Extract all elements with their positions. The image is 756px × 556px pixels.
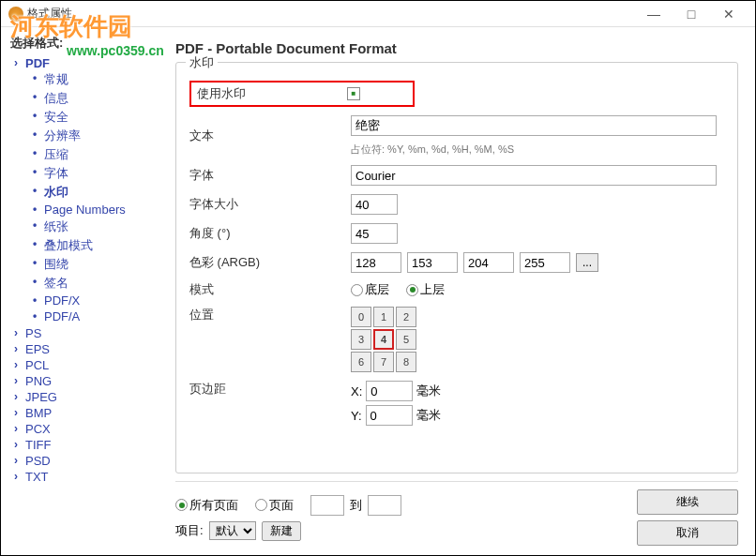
margin-y-input[interactable]	[366, 405, 413, 426]
sidebar-subitem-常规[interactable]: 常规	[27, 70, 164, 89]
sidebar-link[interactable]: 纸张	[44, 219, 68, 233]
sidebar-item-tiff[interactable]: TIFF	[10, 437, 164, 453]
color-r-input[interactable]	[407, 252, 458, 273]
sidebar-subitem-水印[interactable]: 水印	[27, 183, 164, 202]
sidebar-subitem-围绕[interactable]: 围绕	[27, 255, 164, 274]
sidebar-item-pcl[interactable]: PCL	[10, 357, 164, 373]
sidebar-item-pcx[interactable]: PCX	[10, 421, 164, 437]
watermark-text-input[interactable]	[351, 115, 717, 136]
sidebar-item-eps[interactable]: EPS	[10, 341, 164, 357]
sidebar-link[interactable]: TXT	[25, 470, 49, 484]
sidebar-subitem-page-numbers[interactable]: Page Numbers	[27, 202, 164, 218]
sidebar-link[interactable]: PCL	[25, 358, 49, 372]
sidebar-subitem-字体[interactable]: 字体	[27, 164, 164, 183]
sidebar-link[interactable]: 围绕	[44, 257, 68, 271]
pages-range-radio-wrap[interactable]: 页面	[255, 497, 294, 514]
all-pages-label: 所有页面	[189, 497, 238, 514]
sidebar-subitem-叠加模式[interactable]: 叠加模式	[27, 236, 164, 255]
radio-icon	[255, 499, 267, 511]
text-hint: 占位符: %Y, %m, %d, %H, %M, %S	[351, 143, 514, 157]
sidebar-link[interactable]: PNG	[25, 374, 52, 388]
color-g-input[interactable]	[463, 252, 514, 273]
sidebar-subitem-纸张[interactable]: 纸张	[27, 218, 164, 236]
to-label: 到	[350, 497, 362, 514]
fontsize-input[interactable]	[351, 194, 398, 215]
sidebar-subitem-签名[interactable]: 签名	[27, 274, 164, 293]
sidebar-link[interactable]: PDF/A	[44, 309, 80, 323]
sidebar-subitem-压缩[interactable]: 压缩	[27, 145, 164, 164]
sidebar-link[interactable]: BMP	[25, 406, 52, 420]
position-cell-0[interactable]: 0	[351, 307, 371, 327]
sidebar-link[interactable]: 常规	[44, 72, 68, 86]
sidebar-link[interactable]: Page Numbers	[44, 203, 126, 217]
sidebar-item-pdf[interactable]: PDF常规信息安全分辨率压缩字体水印Page Numbers纸张叠加模式围绕签名…	[10, 55, 164, 325]
sidebar-link[interactable]: TIFF	[25, 438, 51, 452]
color-b-input[interactable]	[520, 252, 570, 273]
close-button[interactable]: ✕	[710, 3, 748, 25]
sidebar-link[interactable]: 分辨率	[44, 128, 81, 143]
minimize-button[interactable]: —	[635, 3, 673, 25]
page-from-input[interactable]	[310, 495, 344, 516]
app-icon	[8, 7, 23, 22]
sidebar-link[interactable]: PSD	[25, 454, 51, 468]
sidebar-link[interactable]: 签名	[44, 276, 68, 290]
position-label: 位置	[189, 307, 351, 323]
position-cell-5[interactable]: 5	[396, 329, 416, 350]
sidebar-link[interactable]: 安全	[44, 110, 68, 124]
font-input[interactable]	[351, 165, 717, 186]
color-picker-button[interactable]: ...	[576, 253, 598, 272]
window-title: 格式属性	[27, 6, 635, 22]
sidebar-link[interactable]: PDF/X	[44, 293, 80, 308]
bottom-bar: 所有页面 页面 到 项目: 默认 新建	[175, 481, 738, 546]
continue-button[interactable]: 继续	[637, 489, 738, 515]
sidebar-subitem-分辨率[interactable]: 分辨率	[27, 127, 164, 145]
use-watermark-checkbox[interactable]	[347, 87, 360, 100]
sidebar-link[interactable]: 水印	[44, 185, 68, 199]
sidebar-subitem-pdf/a[interactable]: PDF/A	[27, 308, 164, 324]
sidebar-link[interactable]: JPEG	[25, 390, 57, 404]
sidebar-item-bmp[interactable]: BMP	[10, 405, 164, 421]
sidebar-link[interactable]: PCX	[25, 422, 51, 436]
use-watermark-label: 使用水印	[197, 85, 347, 102]
color-a-input[interactable]	[351, 252, 401, 273]
mode-top-radio-wrap[interactable]: 上层	[406, 281, 445, 298]
mode-bottom-radio-wrap[interactable]: 底层	[351, 281, 389, 298]
sidebar-subitem-安全[interactable]: 安全	[27, 108, 164, 127]
angle-input[interactable]	[351, 223, 398, 244]
cancel-button[interactable]: 取消	[637, 520, 738, 546]
sidebar-item-jpeg[interactable]: JPEG	[10, 389, 164, 405]
sidebar-link[interactable]: PDF	[25, 56, 50, 70]
maximize-button[interactable]: □	[673, 3, 710, 25]
section-legend: 水印	[186, 54, 218, 71]
radio-icon	[175, 499, 188, 511]
position-cell-6[interactable]: 6	[351, 352, 371, 372]
project-select[interactable]: 默认	[209, 521, 256, 540]
position-cell-7[interactable]: 7	[373, 352, 394, 372]
position-cell-8[interactable]: 8	[396, 352, 416, 372]
margin-x-input[interactable]	[366, 381, 413, 401]
titlebar: 格式属性 — □ ✕	[1, 1, 755, 27]
new-project-button[interactable]: 新建	[262, 521, 301, 541]
page-to-input[interactable]	[368, 495, 401, 516]
sidebar-link[interactable]: 压缩	[44, 147, 68, 161]
sidebar-link[interactable]: PS	[25, 326, 41, 340]
sidebar-link[interactable]: 字体	[44, 166, 68, 180]
sidebar-link[interactable]: 信息	[44, 91, 68, 105]
page-title: PDF - Portable Document Format	[175, 40, 738, 56]
margin-y-label: Y:	[351, 409, 362, 423]
mode-label: 模式	[189, 281, 351, 298]
position-cell-2[interactable]: 2	[396, 307, 416, 327]
sidebar-link[interactable]: EPS	[25, 342, 50, 356]
sidebar-item-psd[interactable]: PSD	[10, 453, 164, 469]
sidebar-subitem-pdf/x[interactable]: PDF/X	[27, 293, 164, 308]
radio-icon	[406, 284, 418, 296]
sidebar-link[interactable]: 叠加模式	[44, 238, 93, 252]
position-cell-3[interactable]: 3	[351, 329, 371, 350]
sidebar-item-txt[interactable]: TXT	[10, 469, 164, 485]
position-cell-4[interactable]: 4	[373, 329, 394, 350]
position-cell-1[interactable]: 1	[373, 307, 394, 327]
sidebar-item-png[interactable]: PNG	[10, 373, 164, 389]
all-pages-radio-wrap[interactable]: 所有页面	[175, 497, 238, 514]
sidebar-item-ps[interactable]: PS	[10, 325, 164, 341]
sidebar-subitem-信息[interactable]: 信息	[27, 89, 164, 108]
